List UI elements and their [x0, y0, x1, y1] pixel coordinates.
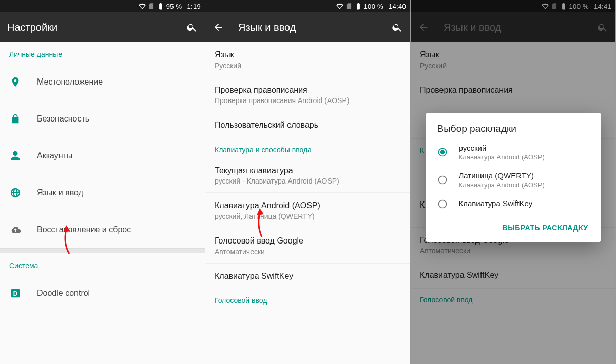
- item-location[interactable]: Местоположение: [0, 64, 205, 100]
- pref-google-voice[interactable]: Голосовой ввод Google Автоматически: [205, 228, 410, 264]
- battery-icon: [157, 3, 164, 10]
- item-label: Doodle control: [37, 289, 90, 298]
- item-label: Язык и ввод: [37, 188, 83, 197]
- choose-layout-button[interactable]: Выбрать раскладку: [497, 219, 593, 236]
- status-bar: 95 % 1:19: [0, 0, 205, 12]
- radio-unchecked-icon: [437, 175, 448, 185]
- person-icon: [9, 150, 22, 161]
- sim-icon: [345, 3, 353, 10]
- back-button[interactable]: [213, 22, 224, 33]
- screen-layout-dialog: 100 % 14:41 Язык и ввод Язык Русский Про…: [411, 0, 616, 364]
- page-title: Настройки: [7, 22, 186, 33]
- wifi-icon: [336, 3, 343, 10]
- pref-title: Проверка правописания: [215, 85, 401, 96]
- section-divider: [0, 248, 205, 253]
- wifi-icon: [139, 3, 146, 10]
- option-latin[interactable]: Латиница (QWERTY) Клавиатура Android (AO…: [426, 166, 601, 194]
- item-accounts[interactable]: Аккаунты: [0, 137, 205, 174]
- battery-icon: [355, 3, 362, 10]
- status-bar: 100 % 14:40: [205, 0, 410, 12]
- pref-spellcheck[interactable]: Проверка правописания Проверка правописа…: [205, 77, 410, 113]
- svg-point-5: [440, 150, 444, 154]
- app-bar: Настройки: [0, 12, 205, 42]
- battery-percent: 100 %: [364, 3, 383, 10]
- dialog-title: Выбор раскладки: [426, 123, 601, 138]
- svg-text:D: D: [13, 290, 18, 297]
- item-backup[interactable]: Восстановление и сброс: [0, 211, 205, 248]
- sim-icon: [148, 3, 155, 10]
- pref-subtitle: Автоматически: [215, 248, 401, 256]
- item-security[interactable]: Безопасность: [0, 100, 205, 137]
- layout-dialog: Выбор раскладки русский Клавиатура Andro…: [426, 113, 601, 242]
- item-language[interactable]: Язык и ввод: [0, 174, 205, 211]
- screen-settings: 95 % 1:19 Настройки Личные данные Местоп…: [0, 0, 205, 364]
- screen-language-input: 100 % 14:40 Язык и ввод Язык Русский Про…: [205, 0, 411, 364]
- option-russian[interactable]: русский Клавиатура Android (AOSP): [426, 138, 601, 166]
- app-bar: Язык и ввод: [205, 12, 410, 42]
- pref-title: Клавиатура Android (AOSP): [215, 200, 401, 211]
- pref-title: Клавиатура SwiftKey: [215, 271, 401, 282]
- svg-point-6: [438, 176, 446, 184]
- search-icon[interactable]: [186, 22, 198, 33]
- item-label: Восстановление и сброс: [37, 225, 131, 234]
- page-title: Язык и ввод: [238, 22, 392, 33]
- option-sublabel: Клавиатура Android (AOSP): [459, 153, 545, 161]
- battery-percent: 95 %: [166, 3, 182, 10]
- svg-point-7: [438, 200, 446, 208]
- radio-unchecked-icon: [437, 199, 448, 209]
- pref-current-keyboard[interactable]: Текущая клавиатура русский - Клавиатура …: [205, 158, 410, 193]
- pref-dictionary[interactable]: Пользовательский словарь: [205, 112, 410, 138]
- pref-subtitle: Русский: [215, 62, 401, 70]
- section-voice: Голосовой ввод: [205, 289, 410, 305]
- item-doodle[interactable]: D Doodle control: [0, 275, 205, 312]
- option-swiftkey[interactable]: Клавиатура SwiftKey: [426, 194, 601, 214]
- globe-icon: [9, 187, 22, 198]
- search-icon[interactable]: [392, 22, 403, 33]
- radio-checked-icon: [437, 147, 448, 157]
- option-label: Клавиатура SwiftKey: [459, 199, 533, 209]
- lock-icon: [9, 113, 22, 125]
- section-system: Система: [0, 253, 205, 275]
- pref-subtitle: русский, Латиница (QWERTY): [215, 212, 401, 220]
- doodle-icon: D: [9, 288, 22, 299]
- item-label: Аккаунты: [37, 151, 72, 160]
- language-settings-list: Язык Русский Проверка правописания Прове…: [205, 42, 410, 364]
- pref-title: Язык: [215, 49, 401, 60]
- pref-subtitle: русский - Клавиатура Android (AOSP): [215, 177, 401, 185]
- pref-language[interactable]: Язык Русский: [205, 42, 410, 77]
- option-label: Латиница (QWERTY): [459, 171, 545, 181]
- option-label: русский: [459, 144, 545, 153]
- pref-subtitle: Проверка правописания Android (AOSP): [215, 96, 401, 105]
- section-personal: Личные данные: [0, 42, 205, 64]
- clock: 14:40: [389, 3, 406, 10]
- pref-title: Пользовательский словарь: [215, 119, 401, 131]
- item-label: Местоположение: [37, 77, 103, 87]
- pref-aosp-keyboard[interactable]: Клавиатура Android (AOSP) русский, Латин…: [205, 193, 410, 228]
- clock: 1:19: [187, 3, 201, 10]
- pref-title: Текущая клавиатура: [215, 165, 401, 176]
- location-icon: [9, 76, 22, 88]
- dialog-scrim[interactable]: Выбор раскладки русский Клавиатура Andro…: [411, 0, 615, 364]
- settings-list: Личные данные Местоположение Безопасност…: [0, 42, 205, 364]
- pref-swiftkey[interactable]: Клавиатура SwiftKey: [205, 264, 410, 290]
- dialog-actions: Выбрать раскладку: [426, 214, 601, 238]
- section-keyboard: Клавиатура и способы ввода: [205, 138, 410, 158]
- option-sublabel: Клавиатура Android (AOSP): [459, 181, 545, 189]
- cloud-upload-icon: [9, 224, 22, 235]
- pref-title: Голосовой ввод Google: [215, 235, 401, 247]
- item-label: Безопасность: [37, 114, 89, 124]
